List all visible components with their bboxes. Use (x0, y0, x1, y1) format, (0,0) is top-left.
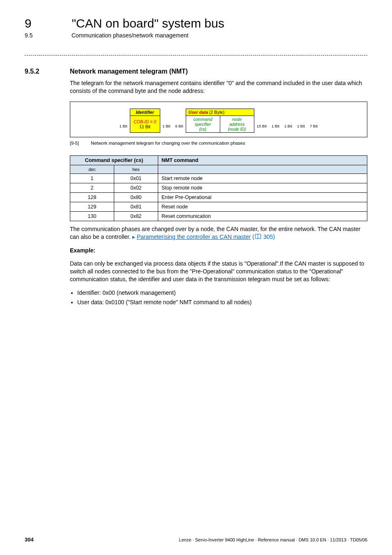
footer-text: Lenze · Servo-Inverter 9400 HighLine · R… (179, 537, 367, 542)
list-item: Identifier: 0x00 (network management) (77, 289, 367, 297)
table-row: 1 0x01 Start remote node (70, 173, 367, 183)
table-row: 128 0x80 Enter Pre-Operational (70, 192, 367, 202)
nmt-command-table: Command specifier (cs) NMT command dec h… (70, 155, 367, 221)
identifier-header: Identifier (130, 109, 160, 116)
bit-label: 1 Bit (282, 119, 295, 132)
separator (25, 55, 367, 56)
section-title: Communication phases/network management (71, 32, 189, 39)
bit-label: 1 Bit (269, 119, 282, 132)
bit-label: 1 Bit (117, 119, 130, 132)
command-specifier-cell: command specifier (cs) (186, 116, 220, 132)
chapter-header: 9 "CAN on board" system bus (25, 16, 367, 30)
list-item: User data: 0x0100 ("Start remote node" N… (77, 298, 367, 306)
table-row: 129 0x81 Reset node (70, 202, 367, 211)
bit-label: 15 Bit (254, 119, 269, 132)
nmt-subheader-dec: dec (70, 165, 114, 173)
section-number: 9.5 (25, 32, 70, 39)
section-header: 9.5 Communication phases/network managem… (25, 32, 367, 39)
subsection-number: 9.5.2 (25, 68, 70, 75)
page-footer: 304 Lenze · Servo-Inverter 9400 HighLine… (25, 536, 367, 543)
cobid-cell: COB-ID = 0 11 Bit (130, 116, 160, 132)
page-number: 304 (25, 536, 34, 543)
bit-label: 6 Bit (173, 119, 186, 132)
after-table-paragraph: The communication phases are changed ove… (70, 225, 367, 241)
userdata-header: User data (2 Byte) (186, 109, 254, 116)
chapter-title: "CAN on board" system bus (71, 16, 224, 30)
bit-label: 7 Bit (307, 119, 320, 132)
figure-caption: [9-5] Network management telegram for ch… (70, 141, 367, 146)
figure-tag: [9-5] (70, 141, 90, 146)
bit-label: 1 Bit (295, 119, 307, 132)
telegram-diagram: Identifier User data (2 Byte) COB-ID (117, 109, 321, 133)
telegram-diagram-box: Identifier User data (2 Byte) COB-ID (70, 102, 367, 137)
example-bullets: Identifier: 0x00 (network management) Us… (70, 289, 367, 306)
intro-paragraph: The telegram for the network management … (70, 79, 367, 95)
subsection-title: Network management telegram (NMT) (70, 68, 188, 75)
book-icon (255, 234, 261, 239)
figure-caption-text: Network management telegram for changing… (91, 141, 245, 146)
bit-label: 1 Bit (160, 119, 173, 132)
cross-reference-link[interactable]: Parameterising the controller as CAN mas… (137, 234, 251, 240)
nmt-header-cs: Command specifier (cs) (70, 155, 158, 165)
nmt-subheader-hex: hex (114, 165, 158, 173)
nmt-header-cmd: NMT command (158, 155, 367, 165)
page: 9 "CAN on board" system bus 9.5 Communic… (0, 0, 392, 555)
node-address-cell: node address (node ID) (220, 116, 254, 132)
example-heading: Example: (70, 247, 367, 254)
example-paragraph: Data can only be exchanged via process d… (70, 260, 367, 283)
table-row: 130 0x82 Reset communication (70, 211, 367, 221)
chapter-number: 9 (25, 16, 70, 30)
subsection-heading: 9.5.2 Network management telegram (NMT) (25, 68, 367, 75)
table-row: 2 0x02 Stop remote node (70, 183, 367, 192)
arrow-icon: ▸ (132, 234, 135, 240)
